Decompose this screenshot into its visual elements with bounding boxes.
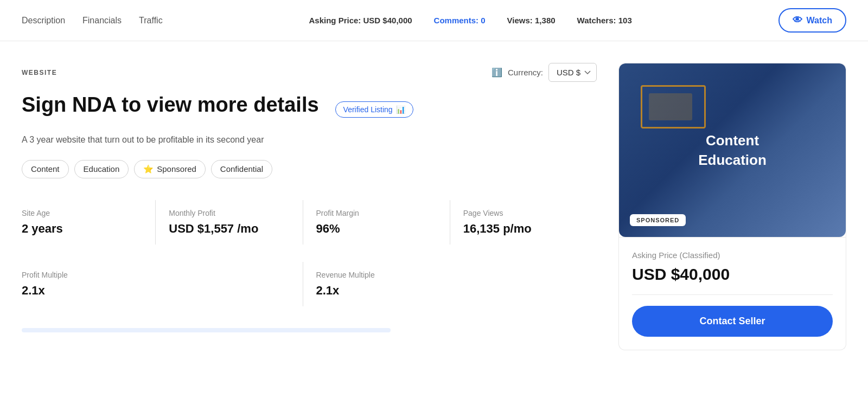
eye-icon: 👁 [793, 15, 802, 26]
right-panel: Content Education SPONSORED Asking Price… [618, 63, 846, 350]
stat-monthly-profit: Monthly Profit USD $1,557 /mo [156, 200, 303, 245]
listing-title: Sign NDA to view more details [22, 93, 319, 118]
views-stat: Views: 1,380 [507, 16, 556, 25]
title-row: Sign NDA to view more details Verified L… [22, 93, 597, 126]
stat-revenue-multiple-label: Revenue Multiple [316, 271, 584, 279]
listing-image-wrapper: Content Education SPONSORED [618, 63, 846, 237]
stats-row2: Profit Multiple 2.1x Revenue Multiple 2.… [22, 262, 597, 306]
comments-value: 0 [481, 16, 485, 25]
stat-site-age: Site Age 2 years [22, 200, 156, 245]
bar-chart-icon: 📊 [396, 105, 405, 114]
verified-badge: Verified Listing 📊 [335, 101, 413, 118]
stat-monthly-profit-value: USD $1,557 /mo [169, 222, 289, 236]
stat-site-age-value: 2 years [22, 222, 142, 236]
nav-links: Description Financials Traffic [22, 14, 163, 28]
nav-financials[interactable]: Financials [82, 14, 122, 28]
comments-label: Comments: [434, 16, 479, 25]
star-icon: ⭐ [143, 164, 154, 174]
image-overlay-text: Content Education [698, 131, 767, 170]
tag-sponsored[interactable]: ⭐ Sponsored [134, 160, 206, 178]
price-section: Asking Price (Classified) USD $40,000 Co… [618, 237, 846, 350]
section-header: WEBSITE ℹ️ Currency: USD $ EUR € GBP £ [22, 63, 597, 82]
asking-price-stat: Asking Price: USD $40,000 [309, 16, 412, 25]
stat-profit-margin-value: 96% [316, 222, 437, 236]
nav-description[interactable]: Description [22, 14, 65, 28]
tag-confidential[interactable]: Confidential [211, 160, 272, 178]
stat-monthly-profit-label: Monthly Profit [169, 209, 289, 217]
contact-seller-button[interactable]: Contact Seller [632, 306, 833, 337]
top-nav: Description Financials Traffic Asking Pr… [0, 0, 868, 41]
stat-profit-margin-label: Profit Margin [316, 209, 437, 217]
currency-select[interactable]: USD $ EUR € GBP £ [548, 63, 597, 82]
stat-profit-margin: Profit Margin 96% [303, 200, 450, 245]
tag-content[interactable]: Content [22, 160, 69, 178]
comments-stat: Comments: 0 [434, 16, 486, 25]
listing-image: Content Education SPONSORED [619, 63, 846, 237]
info-icon: ℹ️ [492, 67, 502, 78]
stats-grid: Site Age 2 years Monthly Profit USD $1,5… [22, 200, 597, 245]
stat-profit-multiple: Profit Multiple 2.1x [22, 262, 303, 306]
asking-price-value: USD $40,000 [632, 265, 833, 295]
verified-label: Verified Listing [343, 105, 393, 114]
watch-button[interactable]: 👁 Watch [778, 8, 846, 33]
main-content: WEBSITE ℹ️ Currency: USD $ EUR € GBP £ S… [0, 41, 868, 350]
progress-bar [22, 328, 391, 332]
tag-education[interactable]: Education [74, 160, 129, 178]
watchers-stat: Watchers: 103 [577, 16, 632, 25]
left-panel: WEBSITE ℹ️ Currency: USD $ EUR € GBP £ S… [22, 63, 597, 350]
listing-subtitle: A 3 year website that turn out to be pro… [22, 135, 597, 145]
currency-label: Currency: [508, 68, 543, 77]
nav-center: Asking Price: USD $40,000 Comments: 0 Vi… [163, 16, 778, 25]
stat-page-views-value: 16,135 p/mo [463, 222, 584, 236]
stat-profit-multiple-value: 2.1x [22, 284, 290, 298]
website-label: WEBSITE [22, 69, 57, 76]
watch-label: Watch [807, 16, 832, 25]
sponsored-badge: SPONSORED [630, 214, 686, 226]
stat-site-age-label: Site Age [22, 209, 142, 217]
stat-profit-multiple-label: Profit Multiple [22, 271, 290, 279]
asking-price-label: Asking Price (Classified) [632, 251, 833, 260]
stat-revenue-multiple: Revenue Multiple 2.1x [303, 262, 597, 306]
stat-revenue-multiple-value: 2.1x [316, 284, 584, 298]
currency-row: ℹ️ Currency: USD $ EUR € GBP £ [492, 63, 597, 82]
stat-page-views: Page Views 16,135 p/mo [450, 200, 597, 245]
tags-row: Content Education ⭐ Sponsored Confidenti… [22, 160, 597, 178]
image-accent-fill [649, 93, 692, 120]
stat-page-views-label: Page Views [463, 209, 584, 217]
nav-traffic[interactable]: Traffic [139, 14, 163, 28]
